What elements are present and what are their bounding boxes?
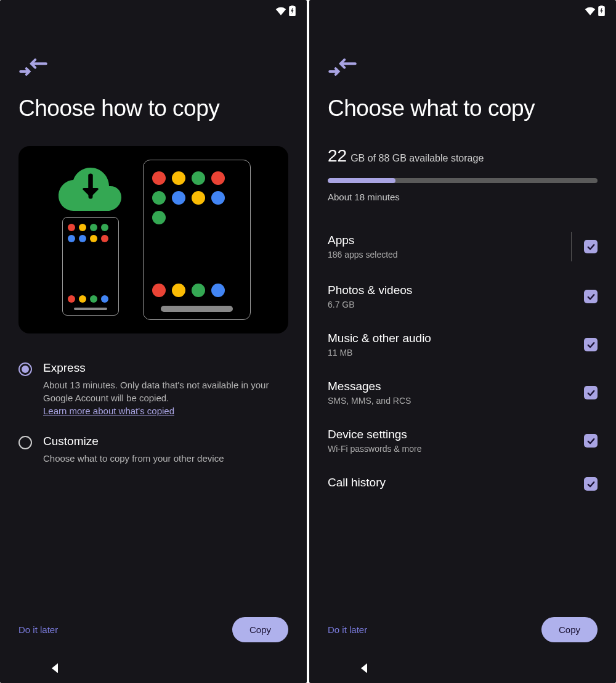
- page-title: Choose how to copy: [18, 96, 288, 121]
- item-title: Call history: [328, 476, 386, 489]
- back-icon[interactable]: [49, 662, 62, 674]
- battery-icon: [598, 6, 605, 16]
- do-it-later-link[interactable]: Do it later: [18, 624, 58, 635]
- storage-used: 22: [328, 146, 347, 166]
- option-express[interactable]: Express About 13 minutes. Only data that…: [18, 361, 288, 417]
- transfer-icon: [18, 55, 288, 80]
- status-bar: [0, 0, 307, 22]
- item-subtitle: Wi-Fi passwords & more: [328, 444, 421, 454]
- status-bar: [309, 0, 616, 22]
- list-item[interactable]: Device settingsWi-Fi passwords & more: [328, 417, 598, 465]
- footer: Do it later Copy: [309, 606, 616, 653]
- copy-button[interactable]: Copy: [541, 617, 598, 642]
- storage-progress: [328, 178, 598, 183]
- progress-fill: [328, 178, 395, 183]
- list-item[interactable]: MessagesSMS, MMS, and RCS: [328, 369, 598, 417]
- svg-rect-3: [88, 174, 92, 192]
- do-it-later-link[interactable]: Do it later: [328, 624, 367, 635]
- illustration: [18, 146, 288, 333]
- learn-more-link[interactable]: Learn more about what's copied: [43, 406, 174, 416]
- option-title: Express: [43, 361, 288, 375]
- radio-unselected-icon: [18, 436, 32, 449]
- item-subtitle: 6.7 GB: [328, 300, 412, 309]
- option-desc: About 13 minutes. Only data that's not a…: [43, 378, 288, 417]
- item-title: Messages: [328, 380, 411, 393]
- item-subtitle: 11 MB: [328, 348, 431, 358]
- item-title: Device settings: [328, 428, 421, 441]
- item-subtitle: SMS, MMS, and RCS: [328, 396, 411, 406]
- checkbox-checked-icon[interactable]: [584, 477, 598, 491]
- list-item[interactable]: Music & other audio11 MB: [328, 321, 598, 369]
- svg-rect-5: [600, 6, 602, 7]
- item-title: Apps: [328, 234, 398, 247]
- checkbox-checked-icon[interactable]: [584, 240, 598, 253]
- footer: Do it later Copy: [0, 606, 307, 653]
- cloud-download-icon: [57, 165, 124, 211]
- transfer-icon: [328, 55, 598, 80]
- checkbox-checked-icon[interactable]: [584, 338, 598, 351]
- svg-rect-1: [291, 6, 293, 7]
- screen-choose-what: Choose what to copy 22 GB of 88 GB avail…: [309, 0, 616, 683]
- checkbox-checked-icon[interactable]: [584, 386, 598, 399]
- checkbox-checked-icon[interactable]: [584, 434, 598, 448]
- battery-icon: [289, 6, 296, 16]
- time-estimate: About 18 minutes: [328, 192, 598, 202]
- item-subtitle: 186 apps selected: [328, 250, 398, 260]
- item-title: Music & other audio: [328, 332, 431, 345]
- option-customize[interactable]: Customize Choose what to copy from your …: [18, 435, 288, 465]
- nav-bar: [0, 653, 307, 683]
- list-item[interactable]: Photos & videos6.7 GB: [328, 272, 598, 321]
- option-title: Customize: [43, 435, 288, 448]
- checkbox-checked-icon[interactable]: [584, 290, 598, 303]
- storage-summary: 22 GB of 88 GB available storage: [328, 146, 598, 166]
- screen-choose-how: Choose how to copy: [0, 0, 307, 683]
- list-item[interactable]: Call history: [328, 465, 598, 503]
- storage-total: GB of 88 GB available storage: [351, 153, 484, 164]
- small-phone-graphic: [62, 217, 119, 316]
- wifi-icon: [585, 7, 596, 15]
- page-title: Choose what to copy: [328, 96, 598, 121]
- back-icon[interactable]: [359, 662, 371, 674]
- nav-bar: [309, 653, 616, 683]
- item-title: Photos & videos: [328, 284, 412, 297]
- large-phone-graphic: [143, 160, 251, 320]
- divider: [571, 232, 572, 261]
- copy-button[interactable]: Copy: [232, 617, 288, 642]
- list-item[interactable]: Apps186 apps selected: [328, 221, 598, 272]
- option-desc: Choose what to copy from your other devi…: [43, 452, 288, 465]
- wifi-icon: [275, 7, 286, 15]
- radio-selected-icon: [18, 362, 32, 376]
